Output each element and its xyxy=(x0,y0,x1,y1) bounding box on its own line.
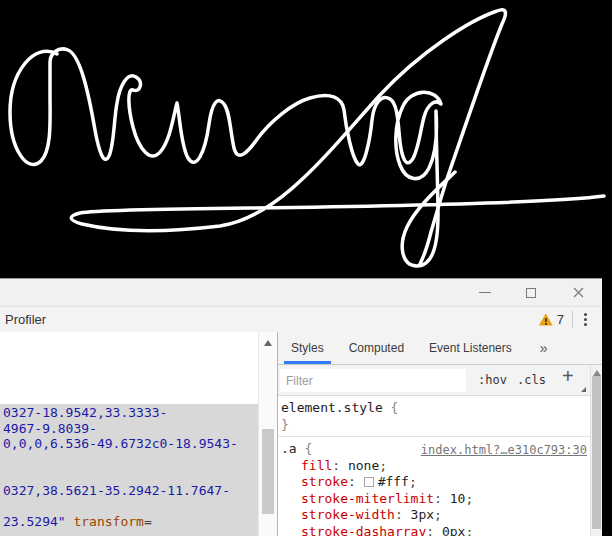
maximize-icon xyxy=(526,288,536,298)
close-button[interactable] xyxy=(563,279,593,306)
colon: : xyxy=(332,458,348,473)
attribute-value: 0,0,0,6.536-49.6732c0-18.9543- xyxy=(3,436,238,451)
rule-selector[interactable]: element.style xyxy=(281,400,383,415)
window-titlebar xyxy=(0,279,602,307)
toolbar-divider xyxy=(572,311,573,328)
tab-more-tabs[interactable]: » xyxy=(537,332,551,364)
minimize-icon xyxy=(479,292,491,293)
code-line[interactable]: 0327-18.9542,33.3333- xyxy=(3,405,238,421)
code-line[interactable]: 4967-9.8039- xyxy=(3,421,238,437)
open-brace: { xyxy=(304,441,312,456)
semicolon: ; xyxy=(465,524,473,536)
devtools-toolbar: Profiler 7 xyxy=(0,307,602,333)
panel-tab-profiler[interactable]: Profiler xyxy=(5,312,46,327)
style-rule: index.html?…e310c793:30.a {fill: none;st… xyxy=(278,437,590,536)
css-property[interactable]: stroke-miterlimit: 10; xyxy=(281,491,586,508)
css-property[interactable]: stroke-width: 3px; xyxy=(281,507,586,524)
property-name[interactable]: stroke-width xyxy=(301,507,395,522)
semicolon: ; xyxy=(409,474,417,489)
signature-flourish-stroke xyxy=(71,10,604,264)
styles-filter-input[interactable] xyxy=(280,369,466,392)
property-name[interactable]: stroke xyxy=(301,474,348,489)
style-rules: element.style {}index.html?…e310c793:30.… xyxy=(278,396,590,536)
toggle-element-classes-button[interactable]: .cls xyxy=(517,373,546,387)
colon: : xyxy=(426,524,442,536)
code-punctuation: = xyxy=(144,514,152,529)
colon: : xyxy=(395,507,411,522)
code-line[interactable] xyxy=(3,498,238,514)
warning-exclamation xyxy=(545,318,547,322)
dom-code-lines: 0327-18.9542,33.3333-4967-9.8039-0,0,0,6… xyxy=(3,405,238,529)
maximize-button[interactable] xyxy=(516,279,546,306)
devtools-main: 0327-18.9542,33.3333-4967-9.8039-0,0,0,6… xyxy=(0,332,602,536)
scroll-up-arrow-icon[interactable] xyxy=(264,340,272,346)
attribute-value: 0327-18.9542,33.3333- xyxy=(3,405,167,420)
close-icon xyxy=(572,286,585,299)
elements-dom-pane[interactable]: 0327-18.9542,33.3333-4967-9.8039-0,0,0,6… xyxy=(0,332,258,536)
signature-word-stroke xyxy=(10,49,455,266)
console-warning-badge[interactable]: 7 xyxy=(539,312,564,327)
warning-count: 7 xyxy=(557,312,564,327)
semicolon: ; xyxy=(379,458,387,473)
styles-tabs: StylesComputedEvent Listeners» xyxy=(278,332,602,365)
colon: : xyxy=(434,491,450,506)
colon: : xyxy=(348,474,364,489)
style-rule: element.style {} xyxy=(278,396,590,437)
property-value[interactable]: none xyxy=(348,458,379,473)
property-value[interactable]: #fff xyxy=(378,474,409,489)
styles-scrollbar-thumb[interactable] xyxy=(592,376,601,529)
drawing-canvas[interactable] xyxy=(0,0,612,278)
warning-exclamation-dot xyxy=(545,323,547,325)
tab-event-listeners[interactable]: Event Listeners xyxy=(426,332,515,364)
rule-source-link[interactable]: index.html?…e310c793:30 xyxy=(421,442,587,459)
code-line[interactable] xyxy=(3,467,238,483)
css-property[interactable]: stroke: #fff; xyxy=(281,474,586,491)
property-name[interactable]: stroke-dasharray xyxy=(301,524,426,536)
devtools-window: Profiler 7 0327-18.9542,33.33 xyxy=(0,278,602,536)
attribute-name: transform xyxy=(73,514,143,529)
dom-scrollbar-thumb[interactable] xyxy=(262,429,274,514)
tab-styles[interactable]: Styles xyxy=(288,332,327,364)
property-name[interactable]: fill xyxy=(301,458,332,473)
warning-triangle-icon xyxy=(539,314,553,326)
property-value[interactable]: 10 xyxy=(450,491,466,506)
property-value[interactable]: 3px xyxy=(411,507,434,522)
minimize-button[interactable] xyxy=(470,279,500,306)
styles-sidebar: StylesComputedEvent Listeners» :hov .cls… xyxy=(277,332,602,536)
screen: Profiler 7 0327-18.9542,33.33 xyxy=(0,0,612,536)
new-style-rule-button[interactable]: + xyxy=(562,365,574,388)
property-value[interactable]: 0px xyxy=(442,524,465,536)
tab-computed[interactable]: Computed xyxy=(346,332,407,364)
css-property[interactable]: stroke-dasharray: 0px; xyxy=(281,524,586,536)
close-brace: } xyxy=(281,417,586,434)
toggle-pseudo-state-button[interactable]: :hov xyxy=(478,373,507,387)
open-brace: { xyxy=(391,400,399,415)
attribute-value: 0327,38.5621-35.2942-11.7647- xyxy=(3,483,230,498)
styles-scrollbar[interactable] xyxy=(590,365,602,536)
styles-filter-row: :hov .cls + xyxy=(278,365,602,396)
attribute-value: 4967-9.8039- xyxy=(3,421,97,436)
dom-pane-scrollbar[interactable] xyxy=(258,332,277,536)
semicolon: ; xyxy=(465,491,473,506)
code-line[interactable]: 0,0,0,6.536-49.6732c0-18.9543- xyxy=(3,436,238,452)
code-line[interactable] xyxy=(3,452,238,468)
signature-svg xyxy=(0,0,612,278)
code-line[interactable]: 0327,38.5621-35.2942-11.7647- xyxy=(3,483,238,499)
attribute-value: 23.5294" xyxy=(3,514,73,529)
rule-selector[interactable]: .a xyxy=(281,441,297,456)
new-style-rule-corner-icon xyxy=(581,387,586,392)
kebab-dot xyxy=(584,313,587,316)
devtools-menu-button[interactable] xyxy=(582,311,589,328)
code-line[interactable]: 23.5294" transform= xyxy=(3,514,238,530)
css-property[interactable]: fill: none; xyxy=(281,458,586,475)
semicolon: ; xyxy=(434,507,442,522)
toolbar-right-controls: 7 xyxy=(539,307,589,332)
property-name[interactable]: stroke-miterlimit xyxy=(301,491,434,506)
kebab-dot xyxy=(584,318,587,321)
kebab-dot xyxy=(584,323,587,326)
color-swatch[interactable] xyxy=(364,477,374,487)
rule-header[interactable]: element.style { xyxy=(281,400,586,417)
